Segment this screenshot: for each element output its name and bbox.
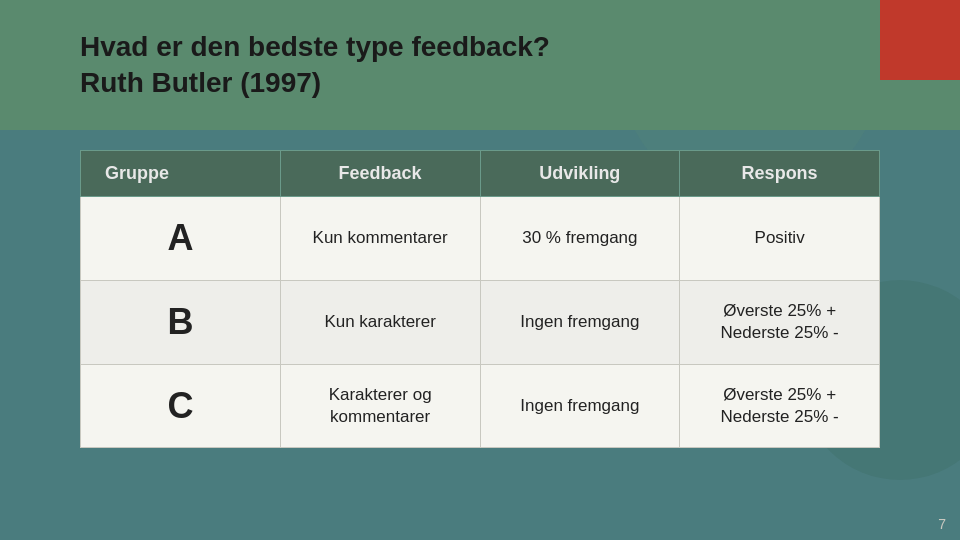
table-row: B Kun karakterer Ingen fremgang Øverste … — [81, 280, 880, 364]
header: Hvad er den bedste type feedback? Ruth B… — [0, 0, 960, 130]
cell-gruppe-b: B — [81, 280, 281, 364]
title-line2: Ruth Butler (1997) — [80, 67, 321, 98]
cell-feedback-b: Kun karakterer — [280, 280, 480, 364]
feedback-table: Gruppe Feedback Udvikling Respons A Kun … — [80, 150, 880, 448]
cell-respons-a: Positiv — [680, 197, 880, 281]
cell-udvikling-b: Ingen fremgang — [480, 280, 680, 364]
cell-gruppe-c: C — [81, 364, 281, 448]
cell-udvikling-c: Ingen fremgang — [480, 364, 680, 448]
cell-feedback-a: Kun kommentarer — [280, 197, 480, 281]
table-container: Gruppe Feedback Udvikling Respons A Kun … — [80, 150, 880, 510]
cell-respons-c: Øverste 25% +Nederste 25% - — [680, 364, 880, 448]
table-row: C Karakterer og kommentarer Ingen fremga… — [81, 364, 880, 448]
cell-gruppe-a: A — [81, 197, 281, 281]
col-header-udvikling: Udvikling — [480, 151, 680, 197]
red-accent-box — [880, 0, 960, 80]
slide-title: Hvad er den bedste type feedback? Ruth B… — [80, 29, 550, 102]
col-header-respons: Respons — [680, 151, 880, 197]
title-line1: Hvad er den bedste type feedback? — [80, 31, 550, 62]
cell-udvikling-a: 30 % fremgang — [480, 197, 680, 281]
table-header-row: Gruppe Feedback Udvikling Respons — [81, 151, 880, 197]
col-header-gruppe: Gruppe — [81, 151, 281, 197]
slide: Hvad er den bedste type feedback? Ruth B… — [0, 0, 960, 540]
table-row: A Kun kommentarer 30 % fremgang Positiv — [81, 197, 880, 281]
page-number: 7 — [938, 516, 946, 532]
col-header-feedback: Feedback — [280, 151, 480, 197]
cell-feedback-c: Karakterer og kommentarer — [280, 364, 480, 448]
cell-respons-b: Øverste 25% +Nederste 25% - — [680, 280, 880, 364]
